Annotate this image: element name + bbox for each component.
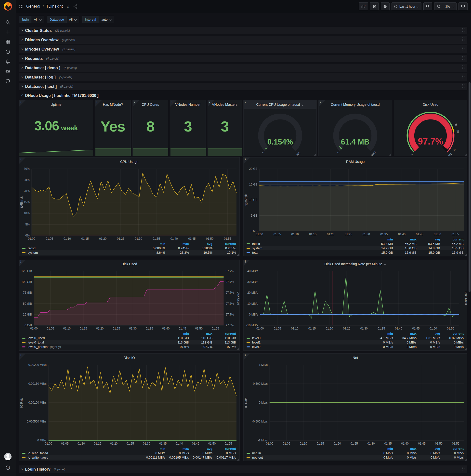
row-panel-count: (5 panels): [64, 66, 77, 70]
legend-series-level0-percent[interactable]: level0_percent(right-y): [22, 344, 165, 349]
panel-menu-chevron-icon[interactable]: [302, 103, 304, 105]
panel-resize-handle[interactable]: [465, 459, 467, 460]
panel-resize-handle[interactable]: [237, 348, 239, 350]
stat-panel-vnodes-number[interactable]: iVNodes Number3: [170, 100, 206, 156]
panel-info-icon[interactable]: i: [19, 354, 26, 360]
legend-series-taosd[interactable]: taosd: [22, 246, 142, 250]
legend-value: 97.6%: [165, 344, 189, 349]
legend-series-level0[interactable]: level0: [247, 336, 370, 340]
legend-series-level2[interactable]: level2: [247, 344, 370, 349]
svg-text:01:40: 01:40: [398, 233, 405, 236]
legend-series-taosd[interactable]: taosd: [247, 241, 370, 246]
scrollbar-thumb[interactable]: [469, 82, 471, 292]
row-drag-handle-icon[interactable]: [462, 75, 465, 80]
svg-text:01:45: 01:45: [179, 327, 186, 330]
chart-panel-disk_io[interactable]: iDisk IO01:0001:0501:1001:1501:2001:2501…: [19, 353, 240, 461]
stat-panel-has-mnode[interactable]: iHas MNode?Yes: [95, 100, 131, 156]
row-header-dnode-usage-huolinhe-tm1701-6030[interactable]: ›DNode Usage [ huolinhe-TM1701:6030 ]: [19, 92, 467, 99]
panel-info-icon[interactable]: i: [19, 260, 26, 266]
chevron-right-icon: ›: [21, 37, 23, 42]
chart-panel-disk_rate[interactable]: iDisk Used Increasing Rate per Minute01:…: [243, 260, 467, 351]
legend-series-net-in[interactable]: net_in: [247, 451, 370, 455]
row-drag-handle-icon[interactable]: [462, 28, 465, 33]
panel-info-icon[interactable]: i: [319, 100, 325, 107]
legend-value: 0 MB/s: [440, 340, 464, 344]
row-drag-handle-icon[interactable]: [462, 56, 465, 61]
panel-info-icon[interactable]: i: [244, 260, 250, 266]
gauge-panel-mem-gauge[interactable]: iCurrent Memory Usage of taosd0158561.4 …: [319, 100, 392, 156]
gauge-disk-gauge-header[interactable]: Disk Used: [394, 100, 467, 109]
panel-resize-handle[interactable]: [237, 459, 239, 460]
svg-text:01:00: 01:00: [256, 233, 263, 236]
chart-cpu_usage-header[interactable]: CPU Usage: [19, 157, 239, 166]
panel-info-icon[interactable]: i: [244, 354, 250, 360]
legend-col-header: current: [212, 331, 236, 336]
row-header-login-history[interactable]: ›Login History(1 panel): [19, 465, 467, 473]
chart-panel-net[interactable]: iNet01:0001:0501:1001:1501:2001:2501:300…: [243, 353, 467, 461]
legend-series-total[interactable]: total: [247, 250, 370, 255]
row-drag-handle-icon[interactable]: [462, 47, 465, 52]
row-header-requests[interactable]: ›Requests(4 panels): [19, 55, 467, 62]
panel-resize-handle[interactable]: [465, 254, 467, 256]
panel-info-icon[interactable]: i: [170, 100, 177, 107]
stat-uptime-header[interactable]: Uptime: [19, 100, 93, 109]
chart-panel-disk_used[interactable]: iDisk Used01:0001:0501:1001:1501:2001:25…: [19, 260, 240, 351]
chart-ram_usage-header[interactable]: RAM Usage: [244, 157, 467, 166]
panel-info-icon[interactable]: i: [208, 100, 214, 107]
panel-info-icon[interactable]: i: [95, 100, 101, 107]
cpu_usage-plot-area[interactable]: 01:0001:0501:1001:1501:2001:2501:3001:35…: [19, 166, 239, 241]
panel-info-icon[interactable]: i: [133, 100, 139, 107]
gauge-mem-gauge-header[interactable]: Current Memory Usage of taosd: [319, 100, 392, 109]
row-drag-handle-icon[interactable]: [462, 65, 465, 70]
panel-menu-chevron-icon[interactable]: [384, 263, 386, 265]
ram_usage-plot-area[interactable]: 01:0001:0501:1001:1501:2001:2501:3001:35…: [244, 166, 467, 237]
legend-series-system[interactable]: system: [247, 246, 370, 250]
chart-disk_used-header[interactable]: Disk Used: [19, 260, 239, 268]
panel-resize-handle[interactable]: [465, 153, 467, 155]
panel-info-icon[interactable]: i: [244, 100, 250, 107]
row-header-database-log[interactable]: ›Database: [ log ](5 panels): [19, 73, 467, 81]
chart-disk_rate-header[interactable]: Disk Used Increasing Rate per Minute: [244, 260, 467, 268]
stat-value: 8: [133, 118, 168, 135]
panel-resize-handle[interactable]: [237, 254, 239, 256]
gauge-panel-cpu-gauge[interactable]: iCurrent CPU Usage of taosd01000.154%: [243, 100, 317, 156]
chart-panel-cpu_usage[interactable]: iCPU Usage01:0001:0501:1001:1501:2001:25…: [19, 157, 240, 256]
panel-resize-handle[interactable]: [465, 348, 467, 350]
panel-info-icon[interactable]: i: [244, 157, 250, 164]
panel-resize-handle[interactable]: [389, 153, 391, 155]
svg-text:01:50: 01:50: [195, 327, 203, 330]
row-header-database-demo[interactable]: ›Database: [ demo ](5 panels): [19, 64, 467, 72]
chart-panel-ram_usage[interactable]: iRAM Usage01:0001:0501:1001:1501:2001:25…: [243, 157, 467, 256]
net-plot-area[interactable]: 01:0001:0501:1001:1501:2001:2501:3001:35…: [244, 362, 467, 446]
legend-series-level0-total[interactable]: level0_total: [22, 340, 165, 344]
legend-series-system[interactable]: system: [22, 250, 142, 255]
panel-resize-handle[interactable]: [314, 153, 316, 155]
stat-panel-cpu-cores[interactable]: iCPU Cores8: [133, 100, 168, 156]
row-header-database-test[interactable]: ›Database: [ test ](5 panels): [19, 83, 467, 90]
stat-panel-vnodes-masters[interactable]: iVNodes Masters3: [207, 100, 242, 156]
chart-disk_io-header[interactable]: Disk IO: [19, 354, 239, 362]
row-drag-handle-icon[interactable]: [462, 467, 465, 472]
row-drag-handle-icon[interactable]: [462, 84, 465, 89]
row-drag-handle-icon[interactable]: [462, 37, 465, 42]
row-header-cluster-status[interactable]: ›Cluster Status(21 panels): [19, 27, 467, 34]
chart-legend: minmaxavgcurrentlevel0-4.1 MB/s34.7 MB/s…: [244, 331, 467, 350]
row-header-mnodes-overview[interactable]: ›MNodes Overview(2 panels): [19, 45, 467, 53]
legend-series-net-out[interactable]: net_out: [247, 455, 370, 459]
disk_io-plot-area[interactable]: 01:0001:0501:1001:1501:2001:2501:3001:35…: [19, 362, 239, 446]
disk_used-plot-area[interactable]: 01:0001:0501:1001:1501:2001:2501:3001:35…: [19, 268, 239, 331]
chart-net-header[interactable]: Net: [244, 354, 467, 362]
row-header-dnodes-overview[interactable]: ›DNodes Overview(4 panels): [19, 36, 467, 44]
disk_rate-plot-area[interactable]: 01:0001:0501:1001:1501:2001:2501:3001:35…: [244, 268, 467, 331]
gauge-panel-disk-gauge[interactable]: Disk Used075809510097.7%: [394, 100, 467, 156]
gauge-cpu-gauge-header[interactable]: Current CPU Usage of taosd: [244, 100, 317, 109]
legend-series-io-write-taosd[interactable]: io_write_taosd: [22, 455, 142, 459]
panel-info-icon[interactable]: i: [19, 100, 26, 107]
legend-series-level1[interactable]: level1: [247, 340, 370, 344]
svg-text:15 GB: 15 GB: [249, 183, 257, 186]
stat-panel-uptime[interactable]: iUptime3.06week: [19, 100, 93, 156]
disk_rate-plot-svg: 01:0001:0501:1001:1501:2001:2501:3001:35…: [244, 268, 467, 331]
legend-series-level0-used[interactable]: level0_used: [22, 336, 165, 340]
legend-series-io-read-taosd[interactable]: io_read_taosd: [22, 451, 142, 455]
panel-info-icon[interactable]: i: [19, 157, 26, 164]
